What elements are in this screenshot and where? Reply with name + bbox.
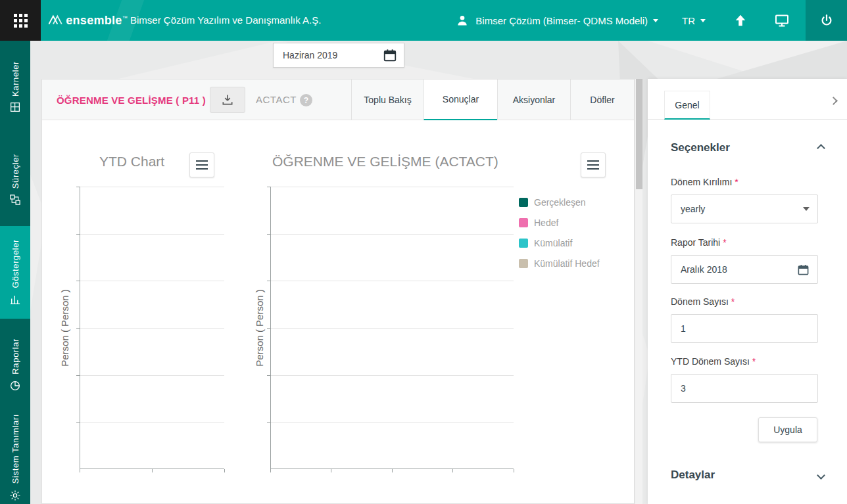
- legend-label: Hedef: [534, 218, 558, 228]
- required-asterisk: *: [735, 177, 738, 187]
- legend-label: Kümülatif: [534, 238, 572, 248]
- sidebar-item-raporlar[interactable]: Raporlar: [0, 319, 30, 411]
- display-button[interactable]: [774, 12, 790, 28]
- required-asterisk: *: [752, 356, 756, 367]
- tab-genel[interactable]: Genel: [664, 91, 710, 120]
- period-breakdown-select[interactable]: yearly: [671, 195, 818, 223]
- apps-grid-icon: [14, 14, 28, 28]
- reports-icon: [9, 380, 21, 392]
- scorecard-title: ÖĞRENME VE GELİŞME ( P11 ): [57, 80, 206, 120]
- vertical-scrollbar[interactable]: [635, 79, 642, 504]
- upload-arrow-icon: [733, 13, 748, 28]
- chevron-down-icon: [700, 19, 706, 22]
- logo-chevrons-icon: [47, 12, 63, 29]
- options-section-title: Seçenekler: [671, 141, 730, 154]
- scorecard-icon: [9, 101, 21, 113]
- download-icon: [221, 93, 234, 106]
- details-section-header[interactable]: Detaylar: [671, 469, 824, 482]
- language-label: TR: [682, 15, 695, 26]
- sidebar-item-label: Karneler: [11, 61, 20, 97]
- required-asterisk: *: [731, 296, 735, 307]
- actact-chart-menu-button[interactable]: [581, 152, 606, 177]
- chevron-down-icon: [653, 19, 658, 22]
- page: ensemble™ Bimser Çözüm Yazılım ve Danışm…: [0, 0, 847, 504]
- legend-swatch: [519, 218, 528, 227]
- ytd-period-count-label: YTD Dönem Sayısı *: [671, 356, 756, 367]
- ytd-chart-title: YTD Chart: [99, 154, 164, 170]
- legend-swatch: [519, 239, 528, 248]
- legend-item-hedef[interactable]: Hedef: [519, 216, 600, 230]
- indicator-code: ACTACT: [256, 80, 297, 120]
- settings-tab-row: Genel: [648, 79, 847, 120]
- settings-panel: Genel Seçenekler Dönem Kırılımı * yearly…: [648, 79, 847, 504]
- apply-button[interactable]: Uygula: [758, 417, 817, 442]
- actact-chart-plot-area: [270, 187, 514, 469]
- ytd-chart-plot-area: [80, 187, 224, 469]
- report-date-input[interactable]: Aralık 2018: [671, 255, 818, 284]
- ensemble-logo[interactable]: ensemble™: [41, 0, 128, 41]
- sidebar-item-label: Sistem Tanımları: [11, 414, 20, 484]
- legend-item-gerceklesen[interactable]: Gerçekleşen: [519, 195, 600, 210]
- sidebar-item-sistem-tanimlari[interactable]: Sistem Tanımları: [0, 411, 30, 504]
- sidebar-item-label: Süreçler: [11, 154, 20, 189]
- upload-button[interactable]: [733, 13, 748, 28]
- actact-chart-title: ÖĞRENME VE GELİŞME (ACTACT): [272, 154, 498, 170]
- user-menu[interactable]: Bimser Çözüm (Bimser- QDMS Modeli): [456, 14, 658, 27]
- report-date-value: Aralık 2018: [681, 264, 727, 275]
- calendar-icon[interactable]: [797, 263, 810, 276]
- sidebar-item-label: Raporlar: [11, 338, 20, 375]
- scorecard-panel: ÖĞRENME VE GELİŞME ( P11 ) ACTACT ? Topl…: [41, 79, 635, 504]
- tab-sonuclar[interactable]: Sonuçlar: [424, 80, 497, 120]
- ytd-chart-menu-button[interactable]: [189, 152, 214, 177]
- sidebar-item-surecler[interactable]: Süreçler: [0, 133, 30, 226]
- process-icon: [9, 194, 21, 206]
- legend-swatch: [519, 198, 528, 207]
- sidebar-nav: Karneler Süreçler Göstergeler Raporlar: [0, 41, 30, 504]
- company-name: Bimser Çözüm Yazılım ve Danışmanlık A.Ş.: [130, 0, 321, 41]
- dropdown-caret-icon: [803, 207, 810, 211]
- scorecard-tabs: Toplu Bakış Sonuçlar Aksiyonlar Döfler: [351, 80, 634, 120]
- chart-legend: Gerçekleşen Hedef Kümülatif Kümülatif He…: [519, 195, 600, 277]
- monitor-icon: [774, 12, 790, 28]
- scorecard-panel-header: ÖĞRENME VE GELİŞME ( P11 ) ACTACT ? Topl…: [42, 80, 634, 120]
- period-value: Haziran 2019: [283, 50, 337, 60]
- legend-label: Kümülatif Hedef: [534, 258, 600, 269]
- header-actions: Bimser Çözüm (Bimser- QDMS Modeli) TR: [456, 0, 847, 41]
- sidebar-item-label: Göstergeler: [11, 239, 20, 288]
- indicators-icon: [9, 294, 21, 306]
- ytd-period-count-input[interactable]: 3: [671, 374, 818, 403]
- power-icon: [819, 13, 834, 28]
- system-settings-icon: [9, 490, 21, 501]
- legend-swatch: [519, 259, 528, 268]
- legend-item-kumulatif-hedef[interactable]: Kümülatif Hedef: [519, 256, 600, 271]
- legend-item-kumulatif[interactable]: Kümülatif: [519, 236, 600, 250]
- help-button[interactable]: ?: [300, 94, 312, 106]
- language-selector[interactable]: TR: [682, 15, 706, 26]
- period-count-label: Dönem Sayısı *: [671, 296, 735, 307]
- chevron-up-icon: [817, 144, 825, 152]
- calendar-icon[interactable]: [383, 48, 397, 62]
- options-section-header[interactable]: Seçenekler: [671, 141, 824, 154]
- period-breakdown-value: yearly: [681, 204, 705, 214]
- sidebar-item-gostergeler[interactable]: Göstergeler: [0, 226, 30, 319]
- tab-aksiyonlar[interactable]: Aksiyonlar: [497, 80, 570, 120]
- period-count-value: 1: [681, 323, 686, 334]
- ytd-chart-y-axis-label: Person ( Person ): [59, 289, 70, 367]
- ytd-period-count-value: 3: [681, 383, 686, 394]
- apps-menu-button[interactable]: [0, 0, 41, 41]
- logo-text: ensemble™: [66, 14, 128, 28]
- period-breakdown-label: Dönem Kırılımı *: [671, 177, 738, 187]
- details-section-title: Detaylar: [671, 469, 715, 482]
- app-header: ensemble™ Bimser Çözüm Yazılım ve Danışm…: [0, 0, 847, 41]
- period-count-input[interactable]: 1: [671, 314, 818, 343]
- user-icon: [456, 14, 469, 27]
- required-asterisk: *: [723, 237, 726, 248]
- tab-dofler[interactable]: Döfler: [570, 80, 634, 120]
- tab-toplu-bakis[interactable]: Toplu Bakış: [351, 80, 424, 120]
- logout-button[interactable]: [806, 0, 847, 41]
- sidebar-item-karneler[interactable]: Karneler: [0, 41, 30, 133]
- scrollbar-thumb[interactable]: [636, 79, 642, 189]
- period-date-picker[interactable]: Haziran 2019: [273, 43, 404, 68]
- download-button[interactable]: [210, 87, 245, 113]
- legend-label: Gerçekleşen: [534, 197, 586, 208]
